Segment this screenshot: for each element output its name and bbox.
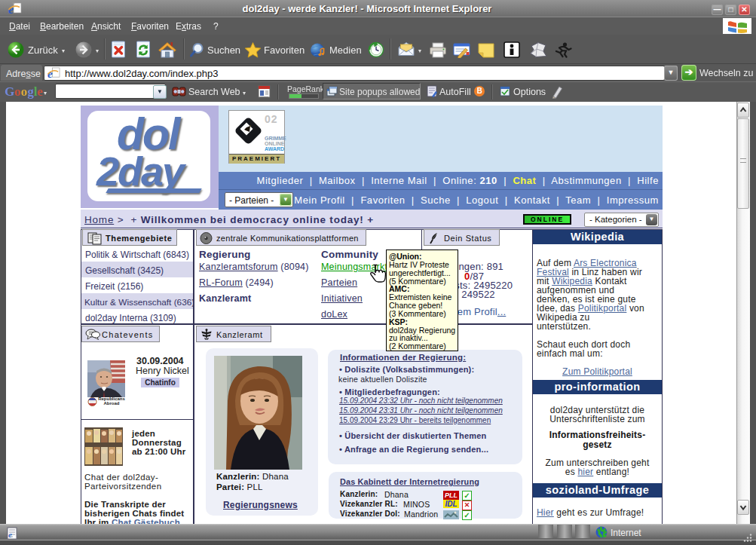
svg-text:e: e [8,530,12,539]
